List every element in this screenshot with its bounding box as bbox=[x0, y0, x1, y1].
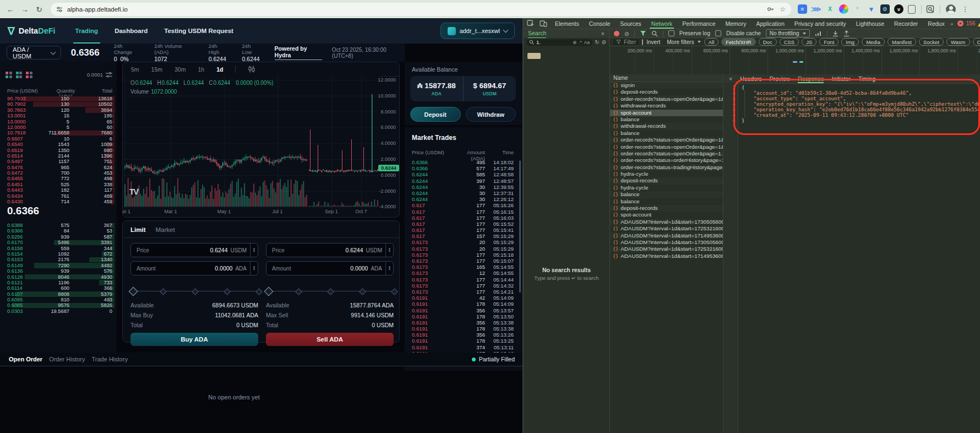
request-row[interactable]: {}deposit-records bbox=[610, 177, 723, 184]
preserve-log-checkbox[interactable] bbox=[668, 30, 674, 36]
sell-amount-slider[interactable] bbox=[266, 288, 394, 294]
ext-gear-box-icon[interactable]: ⚙ bbox=[880, 4, 890, 14]
request-row[interactable]: {}order-records?status=openOrder&page=1&… bbox=[610, 137, 723, 143]
request-row[interactable]: {}order-records?status=openOrder&page=1&… bbox=[610, 144, 723, 150]
inspect-page-icon[interactable] bbox=[926, 5, 934, 13]
book-view-both-icon[interactable] bbox=[6, 72, 12, 78]
throttling-select[interactable]: No throttling bbox=[766, 29, 810, 37]
ask-row[interactable]: 0.6443182117 bbox=[0, 187, 117, 193]
request-row[interactable]: {}order-records?status=orderHistory&page… bbox=[610, 157, 723, 164]
ask-row[interactable]: 12.0000560 bbox=[0, 125, 117, 130]
sell-ada-button[interactable]: Sell ADA bbox=[266, 333, 394, 346]
request-row[interactable]: {}ADAUSDM?interval=1d&start=1714953600&.… bbox=[610, 232, 723, 239]
profile-avatar[interactable] bbox=[946, 4, 956, 14]
trade-row[interactable]: 0.619137405:13:11 bbox=[405, 344, 522, 350]
ext-colorwheel-icon[interactable] bbox=[839, 4, 848, 14]
buy-amount-slider[interactable] bbox=[130, 288, 258, 294]
buy-slider-stop[interactable] bbox=[129, 287, 138, 296]
device-toolbar-icon[interactable] bbox=[540, 20, 547, 27]
bid-row[interactable]: 0.608595765826 bbox=[0, 302, 117, 308]
request-row[interactable]: {}signin bbox=[610, 82, 723, 89]
search-close-icon[interactable]: × bbox=[601, 30, 605, 37]
request-row[interactable]: {}hydra-cycle bbox=[610, 185, 723, 191]
request-row[interactable]: {}order-records?status=openOrder&page=1&… bbox=[610, 96, 723, 102]
bid-row[interactable]: 0.612880464930 bbox=[0, 274, 117, 280]
chip-img[interactable]: Img bbox=[841, 38, 859, 46]
chip-media[interactable]: Media bbox=[862, 38, 885, 46]
bid-row[interactable]: 0.6095810493 bbox=[0, 297, 117, 302]
search-network-icon[interactable] bbox=[651, 30, 658, 37]
devtools-tab-redux[interactable]: Redux bbox=[926, 18, 946, 29]
trade-row[interactable]: 0.61717705:16:15 bbox=[405, 209, 522, 215]
devtools-tab-network[interactable]: Network bbox=[650, 18, 674, 29]
clear-network-icon[interactable]: ⊘ bbox=[624, 30, 629, 37]
chip-font[interactable]: Font bbox=[819, 38, 839, 46]
timeframe-15m[interactable]: 15m bbox=[151, 66, 162, 73]
back-icon[interactable]: ← bbox=[3, 5, 18, 14]
response-tab-preview[interactable]: Preview bbox=[770, 74, 790, 83]
request-row[interactable]: {}ADAUSDM?interval=1d&start=1730505600..… bbox=[610, 219, 723, 225]
sell-slider-stop[interactable] bbox=[327, 288, 334, 295]
devtools-tab-memory[interactable]: Memory bbox=[723, 18, 748, 29]
trade-row[interactable]: 0.62443012:39:55 bbox=[405, 184, 522, 190]
timeframe-5m[interactable]: 5m bbox=[131, 66, 139, 73]
trade-row[interactable]: 0.619135605:13:38 bbox=[405, 320, 522, 326]
bookmark-star-icon[interactable]: ☆ bbox=[780, 6, 786, 13]
trade-row[interactable]: 0.619135605:13:57 bbox=[405, 307, 522, 313]
network-timeline-ruler[interactable]: 200,000 ms400,000 ms600,000 ms800,000 ms… bbox=[610, 46, 980, 75]
ext-clipboard-icon[interactable] bbox=[908, 5, 916, 14]
request-row[interactable]: {}ADAUSDM?interval=1d&start=1730505600..… bbox=[610, 239, 723, 246]
bid-row[interactable]: 0.61541092672 bbox=[0, 251, 117, 257]
response-tab-headers[interactable]: Headers bbox=[740, 74, 762, 83]
request-row[interactable]: {}balance bbox=[610, 130, 723, 137]
search-input[interactable]: 1. ⊗ .* Aa bbox=[526, 39, 592, 46]
ask-row[interactable]: 30.78631203694 bbox=[0, 107, 117, 113]
ext-wing-icon[interactable]: ▼ bbox=[867, 4, 876, 14]
tab-open-order[interactable]: Open Order bbox=[9, 356, 42, 362]
bid-row[interactable]: 0.6256939587 bbox=[0, 234, 117, 240]
sell-amount-field[interactable]: Amount 0.0000 ADA ▲▼ bbox=[266, 261, 394, 275]
import-har-icon[interactable] bbox=[832, 30, 839, 37]
wallet-address-chip[interactable]: addr_t...xesxwl bbox=[440, 23, 515, 39]
timeframe-30m[interactable]: 30m bbox=[175, 66, 186, 73]
bid-row[interactable]: 0.6158559344 bbox=[0, 246, 117, 251]
trade-row[interactable]: 0.624439712:48:57 bbox=[405, 178, 522, 184]
pair-selector[interactable]: ADA / USDM bbox=[7, 46, 61, 59]
buy-amount-stepper[interactable]: ▲▼ bbox=[250, 262, 258, 275]
ask-row[interactable]: 0.654015431009 bbox=[0, 142, 117, 147]
trade-row[interactable]: 0.61732005:15:29 bbox=[405, 239, 522, 245]
chip-manifest[interactable]: Manifest bbox=[888, 38, 916, 46]
ext-circle-v-icon[interactable]: v bbox=[894, 4, 903, 14]
bid-row[interactable]: 0.610788085379 bbox=[0, 291, 117, 297]
inspect-element-icon[interactable] bbox=[527, 20, 535, 27]
buy-slider-stop[interactable] bbox=[192, 288, 199, 295]
sell-price-field[interactable]: Price 0.6244 USDM ▲▼ bbox=[266, 243, 394, 257]
export-har-icon[interactable] bbox=[843, 30, 850, 37]
bid-row[interactable]: 0.6136939576 bbox=[0, 268, 117, 274]
trade-row[interactable]: 0.624458512:48:58 bbox=[405, 171, 522, 177]
nav-dashboard[interactable]: Dashboard bbox=[115, 18, 148, 44]
request-row[interactable]: {}hydra-cycle bbox=[610, 171, 723, 177]
bid-row[interactable]: 0.63668453 bbox=[0, 228, 117, 234]
bid-row[interactable]: 0.61211196733 bbox=[0, 280, 117, 285]
trade-row[interactable]: 0.617317705:15:18 bbox=[405, 252, 522, 258]
trade-row[interactable]: 0.619117805:13:25 bbox=[405, 338, 522, 344]
ask-row[interactable]: 0.6455772498 bbox=[0, 176, 117, 181]
clear-search-icon[interactable]: ⊗ bbox=[573, 40, 576, 45]
trade-row[interactable]: 0.619135605:13:26 bbox=[405, 332, 522, 338]
tradingview-logo[interactable]: TV bbox=[129, 187, 138, 196]
trade-row[interactable]: 0.61732005:15:29 bbox=[405, 246, 522, 252]
devtools-tab-recorder[interactable]: Recorder bbox=[892, 18, 919, 29]
more-filters-label[interactable]: More filters bbox=[667, 39, 694, 45]
tab-trade-history[interactable]: Trade History bbox=[92, 356, 128, 362]
request-row[interactable]: {}order-records?status=tradingHistory&pa… bbox=[610, 164, 723, 171]
network-conditions-icon[interactable] bbox=[815, 31, 822, 36]
ask-row[interactable]: 90.793315013618 bbox=[0, 96, 117, 101]
chip-fetch-xhr[interactable]: Fetch/XHR bbox=[721, 38, 755, 46]
order-type-market[interactable]: Market bbox=[155, 226, 175, 233]
request-row[interactable]: {}ADAUSDM?interval=1d&start=1725321600&.… bbox=[610, 225, 723, 232]
order-type-limit[interactable]: Limit bbox=[130, 226, 145, 233]
devtools-tab-privacy-and-security[interactable]: Privacy and security bbox=[793, 18, 848, 29]
ask-row[interactable]: 13.0000565 bbox=[0, 119, 117, 125]
ext-layers-icon[interactable]: ⋙ bbox=[812, 4, 821, 14]
